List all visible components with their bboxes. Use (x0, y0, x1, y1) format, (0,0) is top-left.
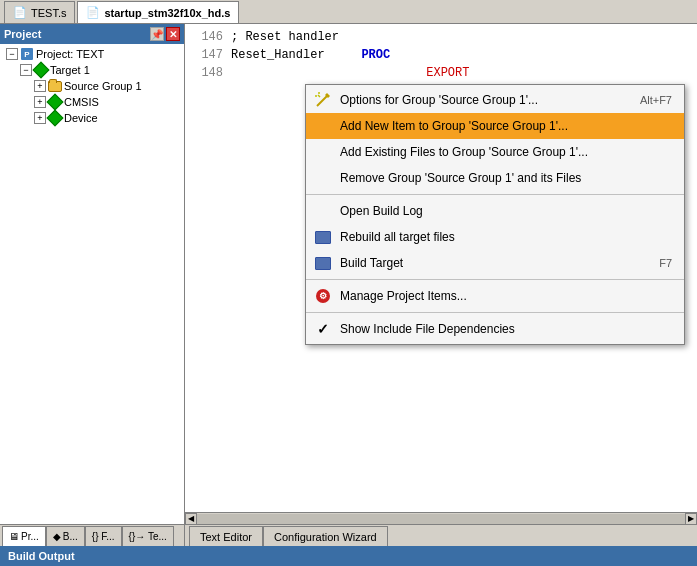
tab-startup-s[interactable]: 📄 startup_stm32f10x_hd.s (77, 1, 239, 23)
menu-separator-2 (306, 279, 684, 280)
tree-source-group[interactable]: + Source Group 1 (2, 78, 182, 94)
expander-source-group[interactable]: + (34, 80, 46, 92)
line-num-148: 148 (193, 64, 223, 82)
tree-target-label: Target 1 (50, 64, 90, 76)
code-text-148 (231, 64, 418, 82)
file-icon: 📄 (13, 6, 27, 19)
left-tab-functions[interactable]: {} F... (85, 526, 122, 546)
expander-root[interactable]: − (6, 48, 18, 60)
menu-item-remove-group[interactable]: Remove Group 'Source Group 1' and its Fi… (306, 165, 684, 191)
menu-item-build-target-shortcut: F7 (659, 257, 672, 269)
bottom-tab-config-wizard-label: Configuration Wizard (274, 531, 377, 543)
folder-icon (48, 79, 62, 93)
add-existing-icon (314, 143, 332, 161)
scroll-left-arrow[interactable]: ◀ (185, 513, 197, 525)
build-output-bar: Build Output (0, 546, 697, 566)
remove-group-icon (314, 169, 332, 187)
project-panel: Project 📌 ✕ − P Project: TEXT − (0, 24, 185, 546)
svg-line-2 (317, 96, 327, 106)
cmsis-icon (48, 95, 62, 109)
scroll-track-h[interactable] (197, 514, 685, 524)
menu-item-manage-label: Manage Project Items... (340, 289, 672, 303)
add-new-icon (314, 117, 332, 135)
panel-header: Project 📌 ✕ (0, 24, 184, 44)
menu-item-remove-group-label: Remove Group 'Source Group 1' and its Fi… (340, 171, 672, 185)
left-tab-books-label: B... (63, 531, 78, 542)
left-tab-books-icon: ◆ (53, 531, 61, 542)
menu-item-open-build-log[interactable]: Open Build Log (306, 198, 684, 224)
menu-item-build-target-label: Build Target (340, 256, 631, 270)
menu-separator-3 (306, 312, 684, 313)
target-icon (34, 63, 48, 77)
tree-device[interactable]: + Device (2, 110, 182, 126)
svg-line-6 (318, 95, 320, 97)
code-line-146: 146 ; Reset handler (193, 28, 689, 46)
left-tab-functions-label: {} F... (92, 531, 115, 542)
menu-item-add-new[interactable]: Add New Item to Group 'Source Group 1'..… (306, 113, 684, 139)
tree-target1[interactable]: − Target 1 (2, 62, 182, 78)
horizontal-scrollbar[interactable]: ◀ ▶ (185, 512, 697, 524)
manage-icon: ⚙ (314, 287, 332, 305)
tab-bar: 📄 TEST.s 📄 startup_stm32f10x_hd.s (0, 0, 697, 24)
panel-header-icons: 📌 ✕ (150, 27, 180, 41)
menu-item-show-deps[interactable]: ✓ Show Include File Dependencies (306, 316, 684, 342)
open-build-log-icon (314, 202, 332, 220)
left-tab-project-label: Pr... (21, 531, 39, 542)
expander-target1[interactable]: − (20, 64, 32, 76)
svg-text:P: P (24, 50, 30, 59)
line-num-147: 147 (193, 46, 223, 64)
tab-label-startup: startup_stm32f10x_hd.s (104, 7, 230, 19)
code-keyword-proc: PROC (361, 46, 390, 64)
menu-item-open-build-log-label: Open Build Log (340, 204, 672, 218)
panel-close-button[interactable]: ✕ (166, 27, 180, 41)
project-icon: P (20, 47, 34, 61)
tab-label-test: TEST.s (31, 7, 66, 19)
code-text-146: ; Reset handler (231, 28, 339, 46)
file-icon-2: 📄 (86, 6, 100, 19)
build-target-icon (314, 254, 332, 272)
left-tab-project[interactable]: 🖥 Pr... (2, 526, 46, 546)
menu-item-options-shortcut: Alt+F7 (640, 94, 672, 106)
menu-separator-1 (306, 194, 684, 195)
context-menu: Options for Group 'Source Group 1'... Al… (305, 84, 685, 345)
left-tab-templates[interactable]: {}→ Te... (122, 526, 174, 546)
main-content: Project 📌 ✕ − P Project: TEXT − (0, 24, 697, 546)
tree-device-label: Device (64, 112, 98, 124)
line-num-146: 146 (193, 28, 223, 46)
menu-item-rebuild[interactable]: Rebuild all target files (306, 224, 684, 250)
bottom-tab-text-editor-label: Text Editor (200, 531, 252, 543)
tab-test-s[interactable]: 📄 TEST.s (4, 1, 75, 23)
project-tree: − P Project: TEXT − Target 1 + (0, 44, 184, 524)
checkmark-icon: ✓ (314, 320, 332, 338)
panel-title: Project (4, 28, 41, 40)
panel-pin-button[interactable]: 📌 (150, 27, 164, 41)
expander-cmsis[interactable]: + (34, 96, 46, 108)
scroll-right-arrow[interactable]: ▶ (685, 513, 697, 525)
menu-item-add-existing-label: Add Existing Files to Group 'Source Grou… (340, 145, 672, 159)
bottom-tabs: Text Editor Configuration Wizard (185, 524, 697, 546)
code-line-147: 147 Reset_Handler PROC (193, 46, 689, 64)
tree-source-group-label: Source Group 1 (64, 80, 142, 92)
menu-item-rebuild-label: Rebuild all target files (340, 230, 672, 244)
left-tab-books[interactable]: ◆ B... (46, 526, 85, 546)
device-icon (48, 111, 62, 125)
wand-icon (314, 91, 332, 109)
left-tab-templates-label: {}→ Te... (129, 531, 167, 542)
tree-root[interactable]: − P Project: TEXT (2, 46, 182, 62)
menu-item-manage[interactable]: ⚙ Manage Project Items... (306, 283, 684, 309)
menu-item-add-existing[interactable]: Add Existing Files to Group 'Source Grou… (306, 139, 684, 165)
tree-cmsis[interactable]: + CMSIS (2, 94, 182, 110)
code-line-148: 148 EXPORT (193, 64, 689, 82)
tree-root-label: Project: TEXT (36, 48, 104, 60)
tree-cmsis-label: CMSIS (64, 96, 99, 108)
menu-item-build-target[interactable]: Build Target F7 (306, 250, 684, 276)
bottom-tab-config-wizard[interactable]: Configuration Wizard (263, 526, 388, 546)
menu-item-options[interactable]: Options for Group 'Source Group 1'... Al… (306, 87, 684, 113)
expander-device[interactable]: + (34, 112, 46, 124)
code-text-147: Reset_Handler (231, 46, 353, 64)
menu-item-options-label: Options for Group 'Source Group 1'... (340, 93, 612, 107)
left-tab-project-icon: 🖥 (9, 531, 19, 542)
bottom-tab-text-editor[interactable]: Text Editor (189, 526, 263, 546)
rebuild-icon (314, 228, 332, 246)
code-keyword-export: EXPORT (426, 64, 469, 82)
